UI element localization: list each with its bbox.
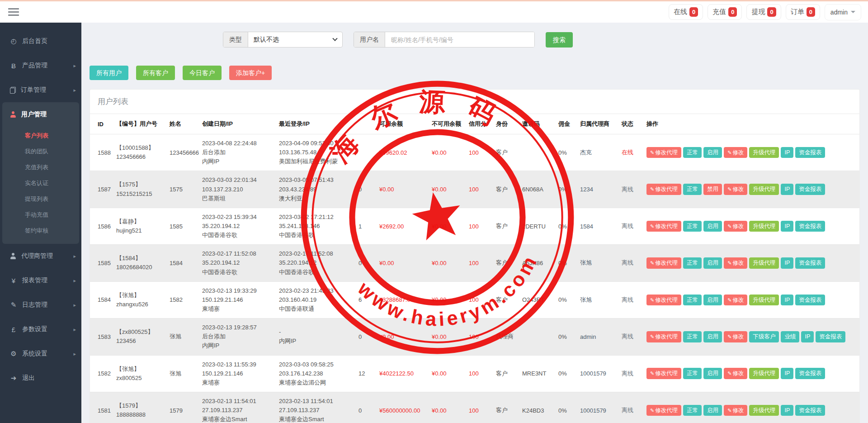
sidebar-item-products[interactable]: Ƀ产品管理▸ <box>0 53 81 78</box>
op-button-资金报表[interactable]: 资金报表 <box>795 257 825 269</box>
sidebar-subitem-提现列表[interactable]: 提现列表 <box>2 191 79 207</box>
op-button-启用[interactable]: 启用 <box>703 331 722 342</box>
op-button-升级代理[interactable]: 升级代理 <box>749 221 779 232</box>
op-button-修改[interactable]: ✎修改 <box>724 147 747 158</box>
op-button-修改[interactable]: ✎修改 <box>724 295 747 306</box>
sidebar-subitem-充值列表[interactable]: 充值列表 <box>2 159 79 175</box>
sidebar-item-home[interactable]: ◴后台首页 <box>0 29 81 53</box>
op-button-修改代理[interactable]: ✎修改代理 <box>646 221 681 232</box>
agent-link[interactable]: 张旭 <box>580 259 592 266</box>
action-button-添加客户+[interactable]: 添加客户+ <box>229 66 272 80</box>
agent-link[interactable]: admin <box>580 333 596 340</box>
op-button-升级代理[interactable]: 升级代理 <box>749 405 779 416</box>
op-button-IP[interactable]: IP <box>781 295 793 306</box>
op-button-修改代理[interactable]: ✎修改代理 <box>646 184 681 195</box>
op-button-升级代理[interactable]: 升级代理 <box>749 368 779 379</box>
action-button-今日客户[interactable]: 今日客户 <box>183 66 222 80</box>
agent-link[interactable]: 1234 <box>580 186 593 193</box>
topbar-badge-订单[interactable]: 订单0 <box>786 4 820 20</box>
agent-link[interactable]: 10001579 <box>580 407 606 414</box>
action-button-所有客户[interactable]: 所有客户 <box>136 66 175 80</box>
op-button-资金报表[interactable]: 资金报表 <box>816 331 845 342</box>
op-button-正常[interactable]: 正常 <box>683 147 702 158</box>
op-button-资金报表[interactable]: 资金报表 <box>795 295 825 306</box>
topbar-badge-在线[interactable]: 在线0 <box>669 4 703 20</box>
op-button-IP[interactable]: IP <box>801 331 814 342</box>
op-button-启用[interactable]: 启用 <box>703 221 722 232</box>
table-row-user-1585: 1585【1584】1802668402015842023-02-17 11:5… <box>90 245 859 281</box>
op-button-升级代理[interactable]: 升级代理 <box>749 257 779 269</box>
op-button-升级代理[interactable]: 升级代理 <box>749 147 779 158</box>
cell-credit-score: 100 <box>465 281 492 318</box>
op-button-IP[interactable]: IP <box>781 147 793 158</box>
op-button-IP[interactable]: IP <box>781 257 793 269</box>
op-button-修改[interactable]: ✎修改 <box>724 221 747 232</box>
sidebar-subitem-我的团队[interactable]: 我的团队 <box>2 143 79 159</box>
sidebar-item-params[interactable]: £参数设置▸ <box>0 317 81 342</box>
op-button-正常[interactable]: 正常 <box>683 368 702 379</box>
sidebar-item-logs[interactable]: ✎日志管理▸ <box>0 293 81 317</box>
op-button-修改代理[interactable]: ✎修改代理 <box>646 405 681 416</box>
sidebar-subitem-实名认证[interactable]: 实名认证 <box>2 175 79 191</box>
sidebar-item-users[interactable]: 用户管理 <box>2 102 79 127</box>
sidebar-toggle-icon[interactable] <box>8 8 19 16</box>
sidebar-subitem-手动充值[interactable]: 手动充值 <box>2 207 79 223</box>
op-button-正常[interactable]: 正常 <box>683 295 702 306</box>
username-input[interactable] <box>385 32 534 47</box>
admin-menu[interactable]: admin <box>825 4 861 20</box>
agent-link[interactable]: 张旭 <box>580 296 592 303</box>
op-button-资金报表[interactable]: 资金报表 <box>795 405 825 416</box>
op-button-正常[interactable]: 正常 <box>683 405 702 416</box>
sidebar-item-logout[interactable]: ➔退出 <box>0 366 81 390</box>
op-button-正常[interactable]: 正常 <box>683 331 702 342</box>
op-button-修改代理[interactable]: ✎修改代理 <box>646 147 681 158</box>
op-button-启用[interactable]: 启用 <box>703 147 722 158</box>
op-button-资金报表[interactable]: 资金报表 <box>795 368 825 379</box>
topbar-right: 在线0充值0提现0订单0 admin <box>669 4 861 20</box>
op-button-修改[interactable]: ✎修改 <box>724 331 747 342</box>
agent-link[interactable]: 1584 <box>580 223 593 230</box>
op-button-修改代理[interactable]: ✎修改代理 <box>646 331 681 342</box>
sidebar-item-reports[interactable]: ¥报表管理▸ <box>0 268 81 293</box>
op-button-IP[interactable]: IP <box>781 184 793 195</box>
op-button-资金报表[interactable]: 资金报表 <box>795 184 825 195</box>
op-button-升级代理[interactable]: 升级代理 <box>749 295 779 306</box>
sidebar-item-system[interactable]: ⚙系统设置▸ <box>0 342 81 366</box>
action-button-所有用户[interactable]: 所有用户 <box>90 66 128 80</box>
cell-id: 1583 <box>90 318 113 355</box>
op-button-正常[interactable]: 正常 <box>683 257 702 269</box>
op-button-修改[interactable]: ✎修改 <box>724 405 747 416</box>
agent-link[interactable]: 杰克 <box>580 149 592 156</box>
sidebar-subitem-客户列表[interactable]: 客户列表 <box>2 128 79 143</box>
op-button-禁用[interactable]: 禁用 <box>703 184 722 195</box>
op-button-正常[interactable]: 正常 <box>683 221 702 232</box>
sidebar-item-agents[interactable]: 代理商管理▸ <box>0 244 81 268</box>
op-button-启用[interactable]: 启用 <box>703 257 722 269</box>
op-button-启用[interactable]: 启用 <box>703 405 722 416</box>
op-button-修改代理[interactable]: ✎修改代理 <box>646 368 681 379</box>
op-button-正常[interactable]: 正常 <box>683 184 702 195</box>
op-button-启用[interactable]: 启用 <box>703 295 722 306</box>
cell-invite-code: O243RT <box>519 281 555 318</box>
op-button-升级代理[interactable]: 升级代理 <box>749 184 779 195</box>
op-button-IP[interactable]: IP <box>781 368 793 379</box>
search-button[interactable]: 搜索 <box>546 32 573 48</box>
topbar-badge-提现[interactable]: 提现0 <box>746 4 781 20</box>
sidebar-subitem-签约审核[interactable]: 签约审核 <box>2 223 79 238</box>
op-button-下级客户[interactable]: 下级客户 <box>749 331 779 342</box>
op-button-业绩[interactable]: 业绩 <box>781 331 799 342</box>
op-button-修改代理[interactable]: ✎修改代理 <box>646 257 681 269</box>
op-button-资金报表[interactable]: 资金报表 <box>795 147 825 158</box>
type-filter-select[interactable]: 默认不选 <box>248 32 342 47</box>
topbar-badge-充值[interactable]: 充值0 <box>708 4 742 20</box>
op-button-修改[interactable]: ✎修改 <box>724 184 747 195</box>
sidebar-item-orders[interactable]: 订单管理▸ <box>0 78 81 102</box>
op-button-修改代理[interactable]: ✎修改代理 <box>646 295 681 306</box>
op-button-资金报表[interactable]: 资金报表 <box>795 221 825 232</box>
op-button-IP[interactable]: IP <box>781 221 793 232</box>
op-button-启用[interactable]: 启用 <box>703 368 722 379</box>
op-button-修改[interactable]: ✎修改 <box>724 257 747 269</box>
op-button-修改[interactable]: ✎修改 <box>724 368 747 379</box>
op-button-IP[interactable]: IP <box>781 405 793 416</box>
agent-link[interactable]: 10001579 <box>580 370 606 377</box>
